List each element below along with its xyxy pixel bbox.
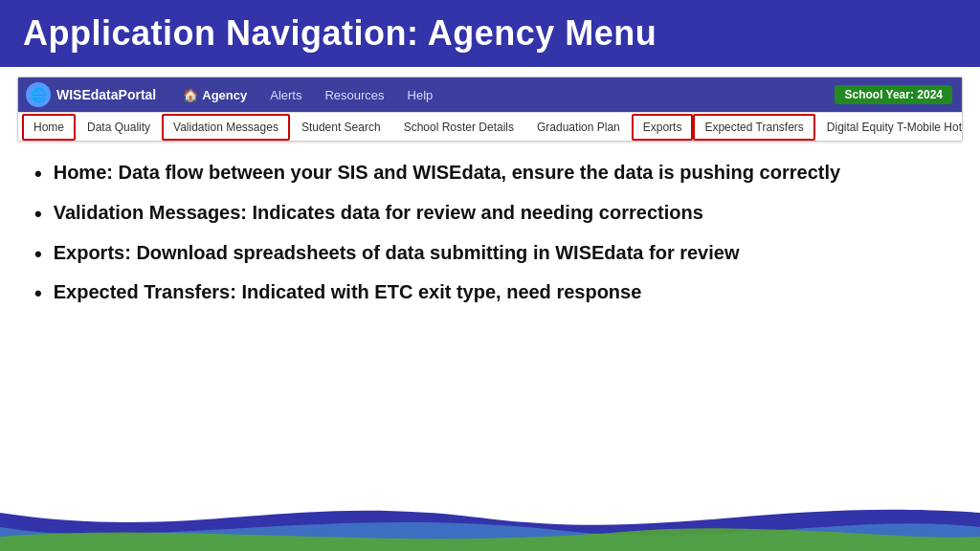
sub-nav-validation-messages[interactable]: Validation Messages (162, 114, 290, 141)
top-nav-agency-label: Agency (202, 88, 247, 102)
slide-header: Application Navigation: Agency Menu (0, 0, 980, 67)
brand-globe-icon: 🌐 (26, 82, 51, 107)
content-area: • Home: Data flow between your SIS and W… (0, 142, 980, 309)
sub-nav-exports[interactable]: Exports (632, 114, 694, 141)
sub-nav-school-roster[interactable]: School Roster Details (392, 114, 525, 141)
bullet-list: • Home: Data flow between your SIS and W… (34, 159, 946, 309)
bottom-wave-decoration (0, 484, 980, 551)
bullet-item-validation: • Validation Messages: Indicates data fo… (34, 199, 946, 230)
bullet-text-home: Home: Data flow between your SIS and WIS… (54, 159, 840, 186)
top-nav-alerts[interactable]: Alerts (258, 82, 313, 108)
top-nav-agency[interactable]: 🏠 Agency (171, 82, 258, 108)
bullet-text-exports: Exports: Download spreadsheets of data s… (54, 239, 740, 266)
slide-title: Application Navigation: Agency Menu (23, 13, 657, 54)
sub-nav-digital-equity[interactable]: Digital Equity T-Mobile Hotspot (815, 114, 963, 141)
sub-nav-data-quality[interactable]: Data Quality (76, 114, 162, 141)
bullet-dot: • (34, 240, 42, 270)
school-year-badge: School Year: 2024 (835, 85, 952, 104)
bullet-item-expected-transfers: • Expected Transfers: Indicated with ETC… (34, 278, 946, 309)
brand-area: 🌐 WISEdataPortal (26, 82, 156, 107)
home-icon: 🏠 (183, 88, 198, 102)
brand-name: WISEdataPortal (56, 87, 156, 102)
top-nav-resources-label: Resources (324, 88, 384, 102)
bullet-dot: • (34, 160, 42, 189)
top-nav-resources[interactable]: Resources (313, 82, 395, 108)
top-nav-help[interactable]: Help (396, 82, 445, 108)
bullet-text-validation: Validation Messages: Indicates data for … (54, 199, 703, 226)
bullet-dot: • (34, 200, 42, 230)
sub-nav-graduation-plan[interactable]: Graduation Plan (525, 114, 632, 141)
sub-nav-expected-transfers[interactable]: Expected Transfers (693, 114, 814, 141)
sub-nav-student-search[interactable]: Student Search (290, 114, 392, 141)
top-nav-bar: 🌐 WISEdataPortal 🏠 Agency Alerts Resourc… (18, 77, 962, 112)
sub-nav-bar: Home Data Quality Validation Messages St… (18, 112, 962, 141)
bullet-text-expected-transfers: Expected Transfers: Indicated with ETC e… (54, 278, 642, 305)
bullet-item-home: • Home: Data flow between your SIS and W… (34, 159, 946, 189)
bullet-item-exports: • Exports: Download spreadsheets of data… (34, 239, 946, 270)
top-nav-alerts-label: Alerts (270, 88, 301, 102)
sub-nav-home[interactable]: Home (22, 114, 76, 141)
bullet-dot: • (34, 279, 42, 309)
top-nav-help-label: Help (408, 88, 434, 102)
nav-container: 🌐 WISEdataPortal 🏠 Agency Alerts Resourc… (17, 77, 963, 142)
